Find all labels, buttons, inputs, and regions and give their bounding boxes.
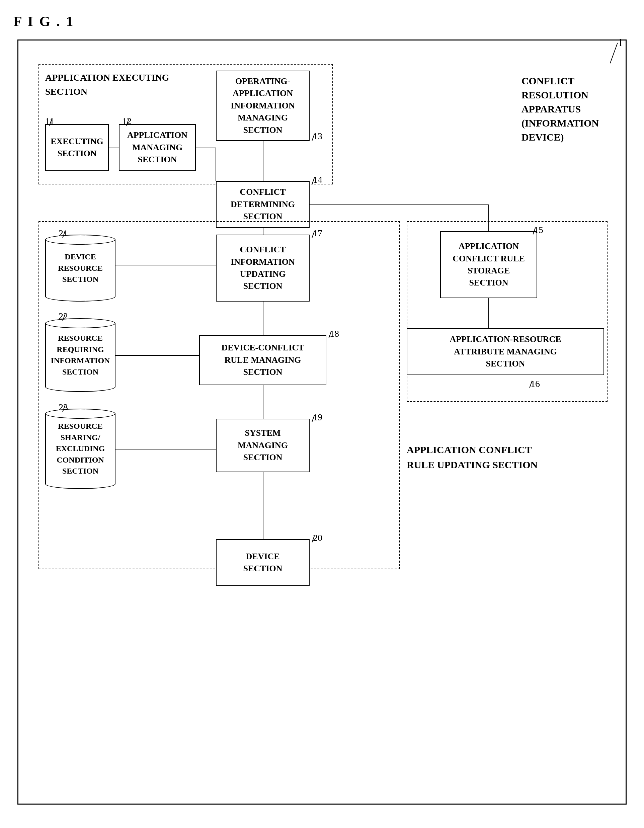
executing-section-box: EXECUTING SECTION [45,124,109,171]
line-ex-am [109,147,119,148]
line-v-am-cd [215,147,216,181]
device-conflict-rule-box: DEVICE-CONFLICT RULE MANAGING SECTION [199,335,326,385]
operating-app-box: OPERATING- APPLICATION INFORMATION MANAG… [216,71,309,141]
ref-20: 20 [313,533,322,543]
line-dcr-down [263,385,264,419]
system-managing-box: SYSTEM MANAGING SECTION [216,419,309,472]
diagram-wrapper: 1 CONFLICT RESOLUTION APPARATUS (INFORMA… [17,39,627,804]
resource-sharing-cylinder: RESOURCE SHARING/ EXCLUDING CONDITION SE… [45,409,115,489]
line-v-to-storage [488,204,489,231]
ref-18: 18 [330,328,339,339]
line-cd-right [309,204,423,205]
ref-15: 15 [534,224,543,235]
app-managing-box: APPLICATION MANAGING SECTION [119,124,196,171]
content-area: CONFLICT RESOLUTION APPARATUS (INFORMATI… [32,54,612,790]
line-storage-down [488,298,489,332]
line-op-to-cd [263,141,264,181]
line-am-to-cd [196,147,216,148]
fig-label: F I G . 1 [13,13,631,30]
ref-16: 16 [531,378,540,389]
app-conflict-rule-storage-box: APPLICATION CONFLICT RULE STORAGE SECTIO… [440,231,537,298]
app-executing-label: APPLICATION EXECUTING SECTION [45,71,170,99]
ref-17: 17 [313,228,322,238]
line-sm-down [263,472,264,539]
apparatus-label: CONFLICT RESOLUTION APPARATUS (INFORMATI… [521,74,599,144]
app-conflict-rule-updating-label: APPLICATION CONFLICT RULE UPDATING SECTI… [407,442,537,472]
ref-19: 19 [313,412,322,423]
conflict-info-updating-box: CONFLICT INFORMATION UPDATING SECTION [216,235,309,301]
ref-13: 13 [313,131,322,141]
device-resource-cylinder: DEVICE RESOURCE SECTION [45,235,115,301]
app-resource-attr-box: APPLICATION-RESOURCE ATTRIBUTE MANAGING … [407,328,604,375]
line-ciu-down [263,301,264,335]
line-to-storage [423,204,489,205]
main-border: CONFLICT RESOLUTION APPARATUS (INFORMATI… [17,39,627,804]
device-section-box: DEVICE SECTION [216,539,309,586]
resource-requiring-cylinder: RESOURCE REQUIRING INFORMATION SECTION [45,318,115,392]
line-dr-to-ciu [115,265,216,265]
ref-14: 14 [313,174,322,185]
line-rr-to-dcr [115,355,199,356]
conflict-determining-box: CONFLICT DETERMINING SECTION [216,181,309,228]
line-rs-to-sm [115,449,216,450]
